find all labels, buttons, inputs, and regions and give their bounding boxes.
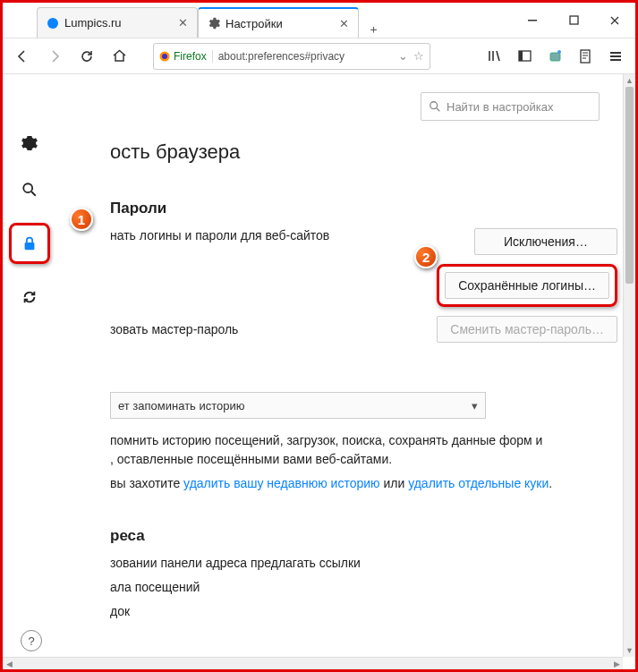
change-master-password-button[interactable]: Сменить мастер-пароль… <box>437 316 617 343</box>
scroll-right-arrow[interactable]: ▶ <box>610 658 623 669</box>
page-title: ость браузера <box>110 140 617 164</box>
close-icon[interactable]: ✕ <box>175 16 190 30</box>
history-para-2b: или <box>380 476 409 490</box>
address-heading: реса <box>110 527 617 545</box>
history-para-1a: помнить историю посещений, загрузок, пои… <box>110 433 542 447</box>
chevron-down-icon: ▾ <box>472 399 478 413</box>
svg-rect-2 <box>570 16 578 24</box>
address-line-2: ала посещений <box>110 578 617 597</box>
sidebar-button[interactable] <box>510 42 539 71</box>
identity-label: Firefox <box>174 50 207 63</box>
svg-point-4 <box>162 54 167 59</box>
scroll-up-arrow[interactable]: ▲ <box>624 74 635 87</box>
sidebar-privacy[interactable] <box>9 223 50 264</box>
sidebar-sync[interactable] <box>16 284 43 310</box>
content-area: 1 Найти в настройках ость браузера Парол… <box>3 74 635 669</box>
history-para-2c: . <box>549 476 552 490</box>
identity-box[interactable]: Firefox <box>159 50 213 63</box>
master-password-label: зовать мастер-пароль <box>110 322 437 336</box>
window-controls <box>512 3 635 38</box>
minimize-button[interactable] <box>512 3 553 38</box>
sidebar-search[interactable] <box>16 176 43 203</box>
svg-point-8 <box>557 50 561 54</box>
scroll-left-arrow[interactable]: ◀ <box>3 658 15 669</box>
forward-button[interactable] <box>40 42 69 71</box>
close-window-button[interactable] <box>594 3 635 38</box>
select-value: ет запоминать историю <box>118 399 245 413</box>
gear-icon <box>208 17 220 30</box>
url-text: about:preferences#privacy <box>218 50 393 63</box>
firefox-icon <box>159 51 170 62</box>
sidebar-general[interactable] <box>16 130 43 157</box>
saved-logins-button[interactable]: Сохранённые логины… <box>445 272 609 299</box>
menu-button[interactable] <box>601 42 630 71</box>
annotation-marker-2: 2 <box>414 245 438 268</box>
help-button[interactable]: ? <box>21 630 42 651</box>
tab-label: Настройки <box>225 17 331 30</box>
extension-button[interactable] <box>540 42 569 71</box>
back-button[interactable] <box>8 42 37 71</box>
settings-sidebar <box>3 74 56 669</box>
page-action-button[interactable] <box>571 42 600 71</box>
url-bar[interactable]: Firefox about:preferences#privacy ⌄ ☆ <box>153 43 430 70</box>
scroll-down-arrow[interactable]: ▼ <box>624 644 635 657</box>
svg-rect-7 <box>550 53 560 61</box>
tab-lumpics[interactable]: Lumpics.ru ✕ <box>37 7 198 38</box>
clear-history-link[interactable]: удалить вашу недавнюю историю <box>183 476 379 490</box>
svg-rect-11 <box>25 242 35 250</box>
bookmark-star-icon[interactable]: ☆ <box>413 49 424 63</box>
history-para-1b: , оставленные посещёнными вами веб-сайта… <box>110 452 392 466</box>
remember-logins-label: нать логины и пароли для веб-сайтов <box>110 228 437 242</box>
svg-rect-1 <box>528 20 537 21</box>
library-button[interactable] <box>480 42 508 71</box>
nav-toolbar: Firefox about:preferences#privacy ⌄ ☆ <box>3 38 635 74</box>
horizontal-scrollbar[interactable]: ◀ ▶ <box>3 657 623 669</box>
chevron-down-icon[interactable]: ⌄ <box>398 49 408 63</box>
settings-search[interactable]: Найти в настройках <box>421 92 600 121</box>
favicon-lumpics <box>47 17 59 30</box>
vertical-scrollbar[interactable]: ▲ ▼ <box>623 74 635 657</box>
settings-page: Найти в настройках ость браузера Пароли … <box>56 74 635 669</box>
tab-bar: Lumpics.ru ✕ Настройки ✕ ＋ <box>3 3 512 38</box>
clear-cookies-link[interactable]: удалить отдельные куки <box>408 476 549 490</box>
history-para-2a: вы захотите <box>110 476 183 490</box>
new-tab-button[interactable]: ＋ <box>359 21 387 38</box>
annotation-marker-1: 1 <box>70 208 93 231</box>
address-line-3: док <box>110 602 617 621</box>
svg-point-10 <box>23 183 32 192</box>
close-icon[interactable]: ✕ <box>336 16 351 30</box>
search-placeholder: Найти в настройках <box>447 100 554 114</box>
svg-point-12 <box>430 102 438 109</box>
tab-label: Lumpics.ru <box>64 16 170 30</box>
svg-point-0 <box>47 18 58 29</box>
svg-rect-9 <box>581 50 590 63</box>
svg-rect-6 <box>519 51 523 61</box>
home-button[interactable] <box>105 42 133 71</box>
maximize-button[interactable] <box>553 3 594 38</box>
saved-logins-highlight: Сохранённые логины… 2 <box>437 264 617 307</box>
exceptions-button[interactable]: Исключения… <box>474 228 617 255</box>
scroll-thumb[interactable] <box>625 87 634 284</box>
passwords-heading: Пароли <box>110 200 617 217</box>
tab-settings[interactable]: Настройки ✕ <box>198 7 359 38</box>
titlebar: Lumpics.ru ✕ Настройки ✕ ＋ <box>3 3 635 38</box>
address-line-1: зовании панели адреса предлагать ссылки <box>110 554 617 573</box>
history-mode-select[interactable]: ет запоминать историю ▾ <box>110 392 486 419</box>
search-icon <box>429 100 441 113</box>
reload-button[interactable] <box>72 42 101 71</box>
